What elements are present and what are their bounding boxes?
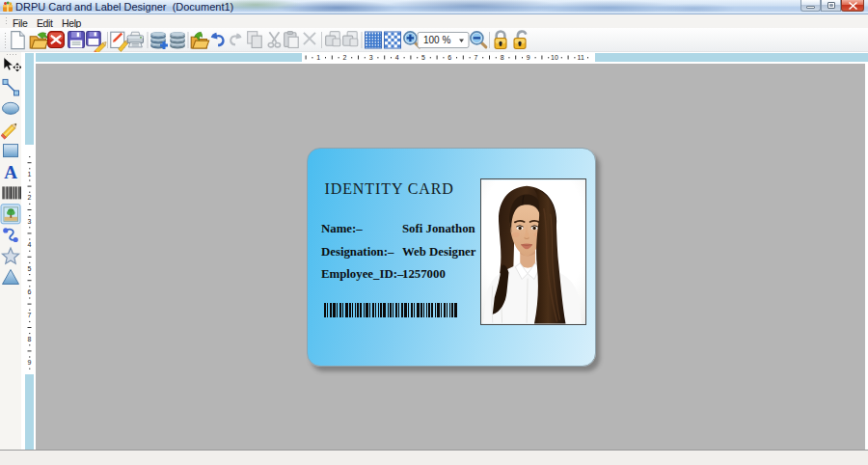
svg-text:9: 9 (527, 54, 530, 61)
svg-text:11: 11 (578, 54, 584, 61)
svg-text:1: 1 (28, 171, 32, 178)
svg-text:100 %: 100 % (423, 35, 450, 45)
svg-text:7: 7 (28, 312, 32, 318)
svg-text:9: 9 (28, 359, 32, 366)
svg-text:5: 5 (421, 54, 425, 61)
svg-text:4: 4 (395, 54, 399, 61)
svg-text:3: 3 (369, 54, 373, 61)
svg-text:7: 7 (474, 54, 477, 61)
svg-text:10: 10 (551, 54, 558, 61)
svg-text:3: 3 (28, 218, 32, 225)
svg-text:5: 5 (28, 265, 32, 272)
svg-text:8: 8 (501, 54, 504, 61)
svg-text:4: 4 (28, 241, 32, 248)
svg-text:6: 6 (28, 288, 32, 295)
svg-text:2: 2 (28, 194, 32, 201)
svg-text:8: 8 (28, 336, 32, 342)
svg-text:1: 1 (316, 54, 320, 61)
svg-text:A: A (4, 162, 17, 182)
svg-text:6: 6 (448, 54, 451, 61)
svg-text:2: 2 (342, 54, 346, 61)
